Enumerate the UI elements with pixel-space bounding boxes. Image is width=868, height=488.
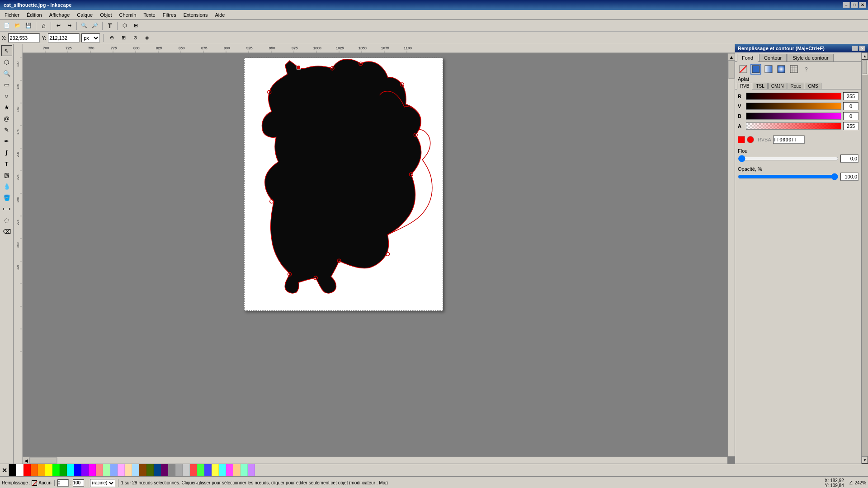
zoom-tool[interactable]: 🔍	[1, 68, 12, 79]
rect-tool[interactable]: ▭	[1, 79, 12, 90]
paint-bucket-tool[interactable]: 🪣	[1, 192, 12, 203]
node-edit-button[interactable]: ◈	[142, 33, 152, 43]
palette-color-14[interactable]	[110, 464, 118, 476]
print-button[interactable]: 🖨	[38, 21, 48, 31]
calligraphy-tool[interactable]: ∫	[1, 147, 12, 158]
palette-color-29[interactable]	[219, 464, 226, 476]
menu-item-texte[interactable]: Texte	[140, 11, 159, 19]
snap3-button[interactable]: ⊙	[130, 33, 140, 43]
palette-color-8[interactable]	[67, 464, 74, 476]
palette-color-2[interactable]	[24, 464, 31, 476]
palette-color-3[interactable]	[31, 464, 38, 476]
radial-gradient-btn[interactable]	[776, 64, 787, 75]
blue-slider-track[interactable]	[746, 113, 841, 120]
palette-color-10[interactable]	[81, 464, 89, 476]
menu-item-objet[interactable]: Objet	[96, 11, 115, 19]
tab-cms[interactable]: CMS	[805, 83, 821, 89]
palette-color-28[interactable]	[212, 464, 219, 476]
no-fill-btn[interactable]	[738, 64, 749, 75]
green-value[interactable]	[843, 102, 859, 110]
fill-color-swatch[interactable]	[738, 136, 745, 143]
star-tool[interactable]: ★	[1, 102, 12, 113]
vertical-scrollbar[interactable]: ▲	[727, 53, 735, 456]
tab-contour[interactable]: Contour	[759, 54, 787, 61]
flat-color-btn[interactable]	[750, 64, 761, 75]
menu-item-affichage[interactable]: Affichage	[46, 11, 74, 19]
menu-item-extensions[interactable]: Extensions	[180, 11, 212, 19]
palette-color-11[interactable]	[89, 464, 96, 476]
pencil-tool[interactable]: ✎	[1, 124, 12, 135]
pen-tool[interactable]: ✒	[1, 136, 12, 146]
palette-color-18[interactable]	[139, 464, 146, 476]
menu-item-chemin[interactable]: Chemin	[115, 11, 140, 19]
menu-item-filtres[interactable]: Filtres	[159, 11, 180, 19]
palette-color-17[interactable]	[132, 464, 139, 476]
align-button[interactable]: ⊞	[131, 21, 141, 31]
new-button[interactable]: 📄	[2, 21, 12, 31]
green-slider-track[interactable]	[746, 103, 841, 110]
palette-color-19[interactable]	[146, 464, 154, 476]
spiral-tool[interactable]: @	[1, 113, 12, 124]
palette-color-27[interactable]	[204, 464, 212, 476]
panel-minimize-btn[interactable]: –	[852, 46, 858, 51]
select-tool[interactable]: ↖	[1, 45, 12, 56]
eraser-tool[interactable]: ⌫	[1, 226, 12, 237]
spray-tool[interactable]: ◌	[1, 215, 12, 225]
palette-color-9[interactable]	[74, 464, 81, 476]
menu-item-aide[interactable]: Aide	[211, 11, 228, 19]
x-input[interactable]	[8, 33, 40, 42]
palette-color-6[interactable]	[52, 464, 60, 476]
palette-color-0[interactable]	[9, 464, 16, 476]
panel-close-btn[interactable]: ✕	[859, 46, 865, 51]
palette-color-20[interactable]	[154, 464, 161, 476]
palette-color-1[interactable]	[16, 464, 24, 476]
palette-color-7[interactable]	[60, 464, 67, 476]
tab-cmjn[interactable]: CMJN	[768, 83, 787, 89]
palette-color-5[interactable]	[45, 464, 52, 476]
close-button[interactable]: ✕	[859, 2, 866, 8]
blur-value[interactable]	[840, 155, 859, 163]
palette-color-4[interactable]	[38, 464, 45, 476]
palette-color-13[interactable]	[103, 464, 110, 476]
opacity-status-input[interactable]	[57, 479, 69, 487]
alpha-slider-track[interactable]	[746, 122, 841, 130]
node-button[interactable]: ⬡	[120, 21, 130, 31]
palette-color-26[interactable]	[197, 464, 204, 476]
snap-button[interactable]: ⊕	[107, 33, 117, 43]
palette-color-30[interactable]	[226, 464, 233, 476]
layer-select[interactable]: (racine)	[90, 479, 115, 487]
alpha-value[interactable]	[843, 122, 859, 130]
save-button[interactable]: 💾	[24, 21, 33, 31]
connector-tool[interactable]: ⟷	[1, 203, 12, 214]
palette-color-24[interactable]	[183, 464, 190, 476]
text-tool[interactable]: T	[1, 158, 12, 169]
y-input[interactable]	[48, 33, 80, 42]
panel-scroll-down[interactable]: ▼	[862, 456, 868, 464]
palette-remove-btn[interactable]: ✕	[0, 464, 9, 476]
red-value[interactable]	[843, 92, 859, 100]
text-tool-button[interactable]: T	[105, 21, 115, 31]
open-button[interactable]: 📂	[13, 21, 23, 31]
menu-item-fichier[interactable]: Fichier	[1, 11, 23, 19]
menu-item-édition[interactable]: Édition	[23, 11, 46, 19]
unit-select[interactable]: px mm cm in	[81, 33, 100, 42]
panel-scroll-thumb[interactable]	[863, 61, 867, 74]
palette-color-12[interactable]	[96, 464, 103, 476]
canvas-content[interactable]	[23, 53, 727, 456]
palette-color-32[interactable]	[241, 464, 248, 476]
node-tool[interactable]: ⬡	[1, 56, 12, 67]
tab-tsl[interactable]: TSL	[753, 83, 767, 89]
minimize-button[interactable]: –	[843, 2, 850, 8]
circle-tool[interactable]: ○	[1, 90, 12, 101]
pattern-fill-btn[interactable]	[788, 64, 799, 75]
tab-fond[interactable]: Fond	[737, 54, 758, 62]
zoom-out-button[interactable]: 🔎	[90, 21, 100, 31]
menu-item-calque[interactable]: Calque	[73, 11, 96, 19]
palette-color-23[interactable]	[175, 464, 183, 476]
redo-button[interactable]: ↪	[64, 21, 74, 31]
blur-slider[interactable]	[738, 155, 839, 162]
tab-roue[interactable]: Roue	[788, 83, 805, 89]
horizontal-scrollbar[interactable]: ◀	[23, 456, 727, 464]
red-slider-track[interactable]	[746, 93, 841, 100]
tab-rvb[interactable]: RVB	[737, 83, 752, 89]
